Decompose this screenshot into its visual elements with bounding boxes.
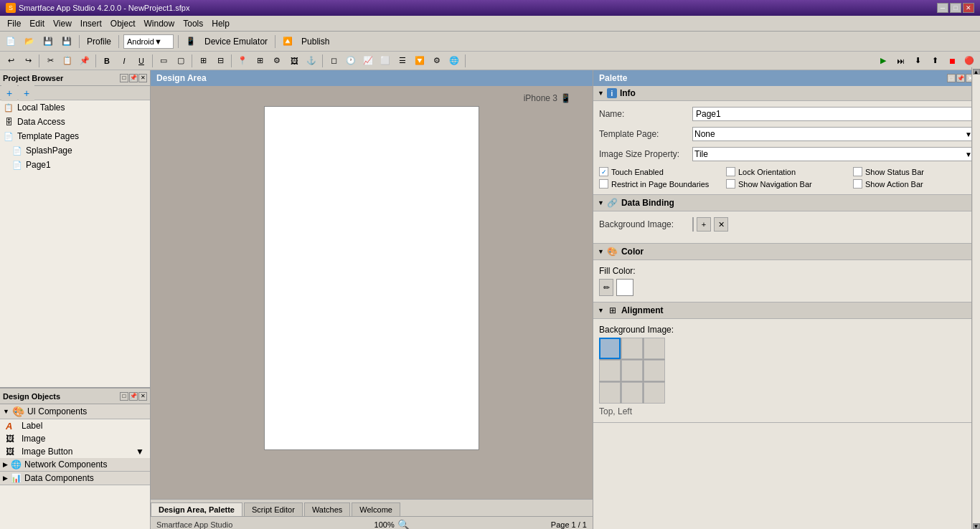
info-section-header[interactable]: ▼ i Info [593,86,980,101]
grid2-btn[interactable]: ⊞ [252,53,268,69]
frame-btn[interactable]: ⬜ [377,53,393,69]
pb-pin-btn[interactable]: 📌 [129,74,138,82]
do-float-btn[interactable]: □ [120,392,128,401]
tree-page1[interactable]: 📄 Page1 [0,158,150,172]
menu-object[interactable]: Object [106,17,140,30]
copy-btn[interactable]: 📋 [60,53,75,69]
do-pin-btn[interactable]: 📌 [129,392,138,401]
obj-image[interactable]: 🖼 Image [0,432,150,445]
menu-file[interactable]: File [3,17,25,30]
grid-btn[interactable]: ⊞ [195,53,211,69]
align-bottom-right[interactable] [644,382,665,404]
tab-design-area[interactable]: Design Area, Palette [151,502,242,516]
scroll-down-btn[interactable]: ▼ [973,523,980,529]
color-swatch-white[interactable] [616,279,633,296]
tree-data-access[interactable]: 🗄 Data Access [0,115,150,129]
pb-add-btn[interactable]: + [1,85,17,101]
publish-icon[interactable]: 🔼 [280,34,296,49]
align-top-left[interactable] [599,338,621,359]
name-input[interactable] [692,107,974,121]
image-size-select[interactable]: Tile ▼ [692,147,974,161]
tab-watches[interactable]: Watches [304,502,350,516]
rect-btn[interactable]: ▭ [156,53,171,69]
align-bottom-center[interactable] [621,382,643,404]
color-edit-btn[interactable]: ✏ [599,279,613,296]
show-nav-bar-cb[interactable]: Show Navigation Bar [726,179,847,189]
tab-script-editor[interactable]: Script Editor [244,502,303,516]
step-out-btn[interactable]: ⬆ [927,53,943,69]
obj-image-button[interactable]: 🖼 Image Button ▼ [0,445,150,458]
restrict-pages-cb[interactable]: Restrict in Page Boundaries [599,179,720,189]
bg-image-clear-btn[interactable]: ✕ [714,217,728,232]
touch-enabled-cb[interactable]: Touch Enabled [599,167,720,176]
table-btn[interactable]: ⊟ [212,53,228,69]
pb-close-btn[interactable]: ✕ [138,74,147,82]
minimize-button[interactable]: ─ [937,3,948,13]
list-btn[interactable]: ☰ [395,53,410,69]
show-action-bar-cb[interactable]: Show Action Bar [853,179,974,189]
menu-help[interactable]: Help [207,17,234,30]
undo-btn[interactable]: ↩ [3,53,19,69]
save-btn[interactable]: 💾 [40,34,56,49]
open-btn[interactable]: 📂 [22,34,37,49]
step-over-btn[interactable]: ⏭ [892,53,908,69]
palette-float-btn[interactable]: □ [947,74,956,82]
android-dropdown[interactable]: Android ▼ [123,34,174,49]
globe-btn[interactable]: 🌐 [446,53,462,69]
zoom-icon[interactable]: 🔍 [397,519,410,530]
stop-btn[interactable]: ⏹ [944,53,960,69]
bg-image-input[interactable] [692,217,694,232]
map-btn[interactable]: 📍 [235,53,250,69]
do-close-btn[interactable]: ✕ [138,392,147,401]
obj-label[interactable]: A Label [0,419,150,432]
tree-template-pages[interactable]: 📄 Template Pages [0,129,150,143]
align-middle-center[interactable] [621,360,643,381]
new-btn[interactable]: 📄 [3,34,19,49]
breakpoint-btn[interactable]: 🔴 [961,53,977,69]
pb-delete-btn[interactable]: + [19,85,34,101]
publish-label[interactable]: Publish [298,37,332,47]
palette-pin-btn[interactable]: 📌 [956,74,965,82]
align-bottom-left[interactable] [599,382,621,404]
img-btn[interactable]: 🖼 [286,53,302,69]
save-all-btn[interactable]: 💾 [59,34,75,49]
palette-scrollbar[interactable]: ▲ ▼ [971,70,980,529]
clock-btn[interactable]: 🕐 [343,53,359,69]
menu-window[interactable]: Window [140,17,179,30]
align-middle-right[interactable] [644,360,665,381]
anchor-btn[interactable]: ⚓ [303,53,319,69]
italic-btn[interactable]: I [116,53,132,69]
align-top-center[interactable] [621,338,643,359]
menu-edit[interactable]: Edit [25,17,49,30]
rounded-rect-btn[interactable]: ▢ [173,53,189,69]
bold-btn[interactable]: B [99,53,115,69]
data-binding-header[interactable]: ▼ 🔗 Data Binding [593,195,980,211]
menu-view[interactable]: View [49,17,76,30]
pb-float-btn[interactable]: □ [120,74,128,82]
tab-welcome[interactable]: Welcome [352,502,400,516]
bg-image-add-btn[interactable]: + [697,217,711,232]
alignment-section-header[interactable]: ▼ ⊞ Alignment [593,302,980,319]
redo-btn[interactable]: ↪ [20,53,36,69]
gear2-btn[interactable]: ⚙ [429,53,445,69]
align-top-right[interactable] [644,338,665,359]
tree-splash-page[interactable]: 📄 SplashPage [0,143,150,158]
show-status-bar-cb[interactable]: Show Status Bar [853,167,974,176]
maximize-button[interactable]: □ [950,3,961,13]
template-page-select[interactable]: None ▼ [692,127,974,141]
menu-insert[interactable]: Insert [76,17,106,30]
cut-btn[interactable]: ✂ [42,53,58,69]
close-button[interactable]: ✕ [963,3,974,13]
settings-btn[interactable]: ⚙ [269,53,285,69]
tree-local-tables[interactable]: 📋 Local Tables [0,100,150,115]
step-in-btn[interactable]: ⬇ [910,53,925,69]
device-emulator-icon[interactable]: 📱 [183,34,199,49]
paste-btn[interactable]: 📌 [77,53,93,69]
menu-tools[interactable]: Tools [179,17,207,30]
shape-btn[interactable]: ◻ [326,53,341,69]
network-components-section[interactable]: ▶ 🌐 Network Components [0,458,150,472]
filter-btn[interactable]: 🔽 [412,53,428,69]
chart-btn[interactable]: 📈 [360,53,376,69]
device-frame[interactable] [264,106,479,450]
underline-btn[interactable]: U [133,53,149,69]
